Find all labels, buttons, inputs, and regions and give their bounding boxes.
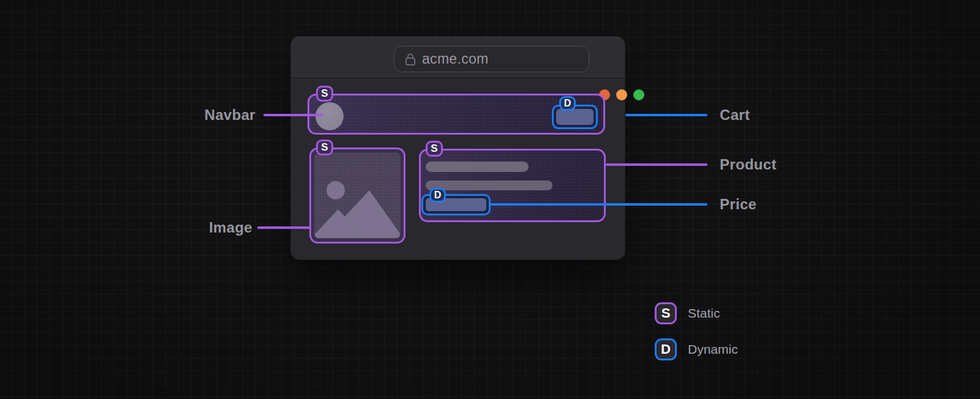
url-text: acme.com	[422, 51, 488, 67]
product-connector-line	[606, 163, 707, 166]
dynamic-badge: D	[655, 338, 677, 360]
dynamic-badge: D	[429, 188, 446, 203]
url-bar[interactable]: acme.com	[394, 46, 589, 72]
cart-button-fill	[556, 109, 594, 125]
legend-static-label: Static	[688, 306, 720, 321]
minimize-button-icon[interactable]	[616, 89, 627, 100]
static-badge: S	[316, 86, 333, 102]
navbar-label: Navbar	[153, 106, 255, 124]
legend-item-static: S Static	[655, 302, 738, 324]
price-label: Price	[720, 196, 756, 213]
lock-icon	[404, 53, 417, 66]
window-titlebar: acme.com	[291, 37, 625, 78]
skeleton-text-line	[426, 162, 529, 172]
zoom-button-icon[interactable]	[633, 89, 644, 100]
legend: S Static D Dynamic	[655, 302, 738, 375]
cart-label: Cart	[720, 106, 750, 124]
static-badge: S	[426, 141, 443, 157]
price-connector-line	[490, 203, 707, 206]
legend-dynamic-label: Dynamic	[688, 342, 738, 357]
product-label: Product	[720, 156, 777, 173]
avatar-circle	[315, 102, 344, 130]
image-placeholder	[314, 152, 401, 239]
navbar-region: S D	[307, 94, 605, 135]
cart-connector-line	[625, 114, 707, 116]
image-label: Image	[153, 219, 252, 236]
cart-button[interactable]: D	[552, 105, 598, 129]
skeleton-text-line	[426, 181, 552, 190]
legend-item-dynamic: D Dynamic	[655, 338, 738, 360]
static-badge: S	[655, 302, 677, 324]
image-connector-line	[257, 226, 311, 229]
price-region: D	[421, 194, 491, 215]
product-region: S D	[419, 149, 606, 222]
dynamic-badge: D	[559, 96, 576, 111]
static-badge: S	[316, 140, 333, 155]
diagram-canvas: acme.com S D S S	[0, 0, 980, 399]
navbar-connector-line	[263, 114, 323, 116]
image-region: S	[309, 147, 405, 244]
browser-window: acme.com S D S S	[291, 37, 625, 259]
image-mountains-icon	[314, 152, 400, 238]
